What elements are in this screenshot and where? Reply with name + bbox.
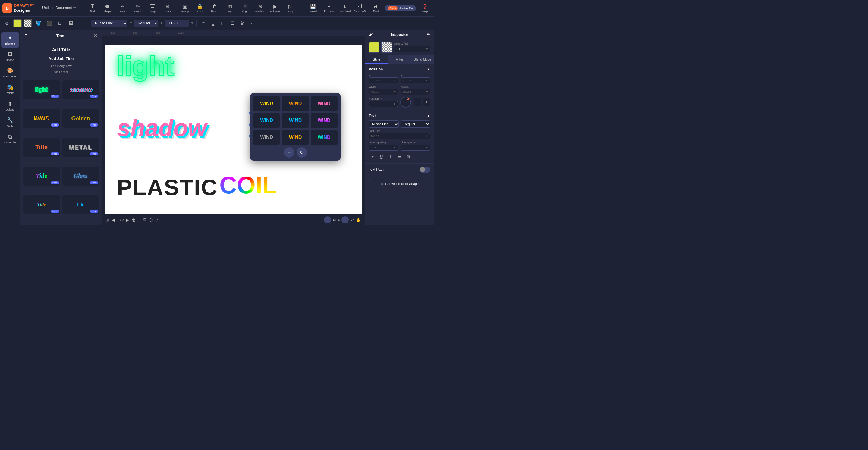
tool-tools[interactable]: ⚙Tools bbox=[160, 1, 175, 15]
zoom-in-btn[interactable]: + bbox=[341, 216, 349, 224]
convert-text-to-shape-btn[interactable]: ☆ Convert Text To Shape bbox=[369, 179, 430, 188]
add-caption-btn[interactable]: Add Caption bbox=[24, 69, 98, 75]
canvas-text-shadow[interactable]: shadow bbox=[117, 114, 207, 142]
text-path-toggle[interactable] bbox=[420, 167, 430, 172]
add-title-btn[interactable]: Add Title bbox=[24, 45, 98, 55]
stroke-color-btn[interactable] bbox=[24, 19, 32, 27]
collapse-icon[interactable]: ▲ bbox=[427, 67, 430, 71]
superscript-btn[interactable]: T↑ bbox=[218, 19, 227, 28]
delete-text-btn[interactable]: 🗑 bbox=[238, 19, 247, 28]
tool-layer[interactable]: ⧉Layer bbox=[223, 1, 237, 15]
tool-image[interactable]: 🖼Image bbox=[145, 1, 160, 15]
tool-boolean[interactable]: ⊕Boolean bbox=[253, 1, 267, 15]
fill-color-swatch[interactable] bbox=[369, 42, 379, 53]
canvas-text-light[interactable]: light bbox=[117, 51, 174, 82]
hand-tool-btn[interactable]: ✋ bbox=[356, 218, 361, 222]
help-button[interactable]: ❓Help bbox=[418, 4, 432, 13]
tool-delete[interactable]: 🗑Delete bbox=[208, 1, 222, 15]
next-page-btn[interactable]: ▶ bbox=[126, 218, 129, 222]
user-avatar[interactable]: Prem Justin Xu bbox=[385, 5, 416, 11]
collapse-text-icon[interactable]: ▲ bbox=[427, 114, 430, 118]
list-btn[interactable]: ☰ bbox=[228, 19, 237, 28]
tool-lock[interactable]: 🔒Lock bbox=[193, 1, 207, 15]
sidebar-item-image[interactable]: 🖼 Image bbox=[1, 49, 19, 64]
sidebar-item-layer-list[interactable]: ⧉ Layer List bbox=[1, 131, 19, 147]
prev-page-btn[interactable]: ◀ bbox=[112, 218, 115, 222]
tab-blend-mode[interactable]: Blend Mode bbox=[411, 56, 434, 64]
grid-icon[interactable]: ⊞ bbox=[105, 218, 109, 222]
sidebar-item-palette[interactable]: 🎭 Palette bbox=[1, 82, 19, 97]
font-weight-select[interactable]: Regular bbox=[134, 20, 158, 27]
height-input[interactable]: 166.64▼ bbox=[401, 89, 431, 95]
tool-group[interactable]: ▣Group bbox=[178, 1, 192, 15]
style-card-glass[interactable]: Glass Free bbox=[62, 167, 99, 186]
saved-button[interactable]: 💾Saved bbox=[307, 4, 320, 13]
popup-style-wind-9[interactable]: WIND bbox=[311, 130, 338, 145]
preview-button[interactable]: 🖥Preview bbox=[322, 4, 336, 13]
align-left-icon[interactable]: ⬛ bbox=[44, 19, 54, 28]
tool-pencil[interactable]: ✏Pencil bbox=[130, 1, 145, 15]
popup-refresh-btn[interactable]: ↻ bbox=[297, 147, 307, 158]
document-name[interactable]: Untitled Document ✏ bbox=[42, 6, 76, 11]
align-left-btn[interactable]: ≡ bbox=[199, 19, 208, 28]
style-card-title-free[interactable]: Title Free bbox=[23, 195, 60, 214]
export-ani-button[interactable]: 🎞Export ANI bbox=[353, 4, 367, 13]
tab-filter[interactable]: Filter bbox=[388, 56, 411, 64]
canvas-text-plastic[interactable]: PLASTIC bbox=[117, 174, 218, 200]
style-card-metal[interactable]: METAL Free bbox=[62, 138, 99, 157]
underline-format-btn[interactable]: U̲ bbox=[378, 152, 385, 160]
underline-btn[interactable]: U̲ bbox=[209, 19, 218, 28]
y-input[interactable]: 215.73▼ bbox=[401, 77, 431, 84]
popup-style-wind-5[interactable]: WIND bbox=[282, 113, 309, 128]
stroke-color-swatch[interactable] bbox=[381, 42, 392, 53]
font-size-input-insp[interactable]: 138.87▼ bbox=[369, 133, 430, 139]
popup-style-wind-3[interactable]: WIND bbox=[311, 96, 338, 111]
paint-bucket-icon[interactable]: 🪣 bbox=[34, 19, 43, 28]
popup-style-wind-2[interactable]: WIND bbox=[282, 96, 309, 111]
x-input[interactable]: 626.77▼ bbox=[369, 77, 398, 84]
width-input[interactable]: 429.08▼ bbox=[369, 89, 398, 95]
popup-style-wind-1[interactable]: WIND bbox=[253, 96, 280, 111]
canvas-viewport[interactable]: WIND WIND WIND WIND WIND WIND bbox=[102, 36, 365, 225]
zoom-out-btn[interactable]: − bbox=[324, 216, 331, 224]
font-family-select[interactable]: Russo One bbox=[91, 20, 127, 27]
inspector-font-select[interactable]: Russo One bbox=[369, 121, 399, 128]
line-spacing-input[interactable]: 1▼ bbox=[401, 144, 431, 151]
add-body-btn[interactable]: Add Body Text bbox=[24, 63, 98, 69]
style-card-title-orange[interactable]: Title Free bbox=[23, 138, 60, 157]
canvas-text-coil[interactable]: COIL bbox=[219, 171, 277, 199]
list-format-btn[interactable]: ☰ bbox=[396, 152, 404, 160]
sidebar-item-background[interactable]: 🎨 Background bbox=[1, 65, 19, 81]
popup-add-btn[interactable]: + bbox=[284, 147, 294, 158]
style-card-light[interactable]: light Free bbox=[23, 81, 60, 99]
popup-style-wind-8[interactable]: WIND bbox=[282, 130, 309, 145]
tool-play[interactable]: ▷Play bbox=[283, 1, 298, 15]
panel-close-btn[interactable]: ✕ bbox=[93, 33, 97, 38]
style-card-shadow[interactable]: shadow Free bbox=[62, 81, 99, 99]
tool-pen[interactable]: ✒Pen bbox=[115, 1, 130, 15]
export-btn[interactable]: ⤤ bbox=[155, 218, 158, 222]
rotation-input[interactable]: 0▼ bbox=[369, 101, 398, 107]
add-page-btn[interactable]: + bbox=[138, 218, 141, 222]
print-button[interactable]: 🖨Print bbox=[369, 4, 382, 13]
popup-style-wind-7[interactable]: WIND bbox=[253, 130, 280, 145]
tab-style[interactable]: Style bbox=[365, 56, 388, 64]
copy-btn[interactable]: ⧉ bbox=[144, 217, 147, 222]
fill-color-btn[interactable] bbox=[13, 19, 22, 27]
sidebar-item-element[interactable]: ✦ Element bbox=[1, 32, 19, 47]
tool-animator[interactable]: ▶Animator bbox=[268, 1, 282, 15]
letter-spacing-input[interactable]: 0.08▼ bbox=[369, 144, 398, 151]
tool-shape[interactable]: ⬟Shape bbox=[100, 1, 115, 15]
move-tool-btn[interactable]: ⊕ bbox=[2, 19, 11, 28]
fit-screen-btn[interactable]: ⤢ bbox=[350, 218, 354, 222]
popup-style-wind-4[interactable]: WIND bbox=[253, 113, 280, 128]
style-card-golden[interactable]: Golden Free bbox=[62, 109, 99, 128]
frame-icon[interactable]: ▭ bbox=[77, 19, 86, 28]
opacity-input[interactable]: 100▼ bbox=[394, 46, 430, 53]
flip-vertical-btn[interactable]: ↕ bbox=[423, 98, 430, 106]
strikethrough-btn[interactable]: T̶ bbox=[387, 152, 395, 160]
delete-format-btn[interactable]: 🗑 bbox=[405, 152, 412, 160]
delete-page-btn[interactable]: 🗑 bbox=[132, 218, 136, 222]
tool-align[interactable]: ≡Align bbox=[238, 1, 252, 15]
tool-text[interactable]: TText bbox=[85, 1, 99, 15]
